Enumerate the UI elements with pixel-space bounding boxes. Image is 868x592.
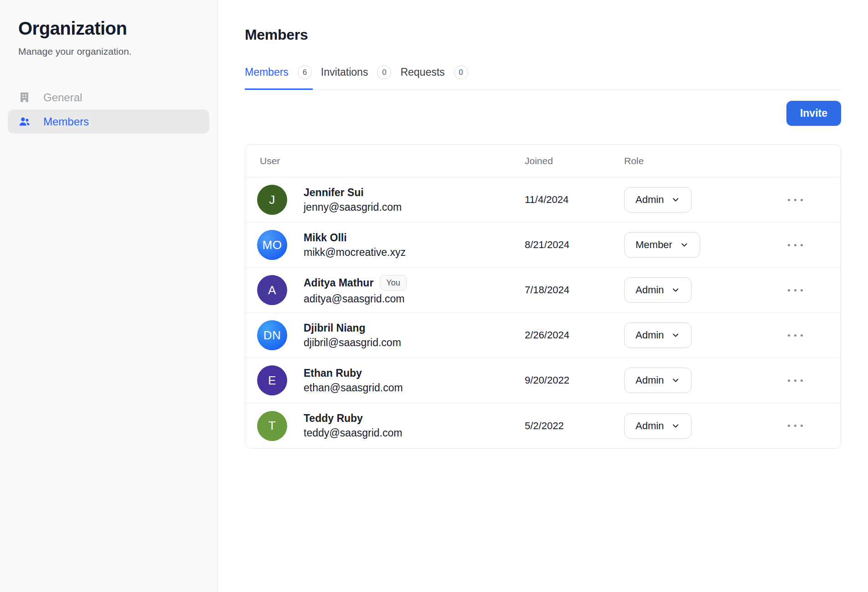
menu-cell bbox=[749, 330, 841, 341]
avatar: E bbox=[257, 365, 287, 395]
chevron-down-icon bbox=[671, 331, 680, 340]
row-menu-button[interactable] bbox=[783, 239, 807, 251]
row-menu-button[interactable] bbox=[783, 285, 807, 296]
ellipsis-icon bbox=[801, 334, 803, 337]
role-value: Admin bbox=[636, 284, 664, 296]
member-email: mikk@mocreative.xyz bbox=[304, 246, 406, 259]
ellipsis-icon bbox=[794, 199, 796, 201]
user-texts: Teddy Ruby teddy@saasgrid.com bbox=[304, 412, 402, 439]
role-dropdown[interactable]: Admin bbox=[624, 277, 692, 303]
user-cell: E Ethan Ruby ethan@saasgrid.com bbox=[245, 365, 525, 395]
member-joined-date: 7/18/2024 bbox=[525, 284, 624, 296]
avatar-initials: DN bbox=[264, 328, 281, 343]
role-cell: Admin bbox=[624, 322, 749, 348]
role-dropdown[interactable]: Admin bbox=[624, 187, 692, 213]
avatar: DN bbox=[257, 320, 287, 350]
role-value: Admin bbox=[636, 329, 664, 341]
tab-requests[interactable]: Requests 0 bbox=[400, 65, 469, 90]
member-email: teddy@saasgrid.com bbox=[304, 427, 402, 439]
member-name: Mikk Olli bbox=[304, 232, 347, 244]
chevron-down-icon bbox=[680, 240, 689, 249]
ellipsis-icon bbox=[794, 289, 796, 291]
ellipsis-icon bbox=[788, 334, 790, 337]
role-cell: Admin bbox=[624, 413, 749, 439]
ellipsis-icon bbox=[801, 289, 803, 291]
tab-count-badge: 6 bbox=[298, 65, 312, 79]
user-name-line: Jennifer Sui bbox=[304, 187, 402, 199]
menu-cell bbox=[749, 375, 841, 386]
avatar: MO bbox=[257, 230, 287, 260]
row-menu-button[interactable] bbox=[783, 420, 807, 431]
member-joined-date: 2/26/2024 bbox=[525, 329, 624, 341]
role-cell: Member bbox=[624, 232, 749, 258]
role-value: Member bbox=[636, 239, 672, 251]
user-cell: A Aditya Mathur You aditya@saasgrid.com bbox=[245, 275, 525, 305]
user-name-line: Ethan Ruby bbox=[304, 367, 403, 379]
menu-cell bbox=[749, 420, 841, 431]
ellipsis-icon bbox=[794, 334, 796, 337]
role-value: Admin bbox=[636, 420, 664, 432]
role-value: Admin bbox=[636, 374, 664, 386]
row-menu-button[interactable] bbox=[783, 330, 807, 341]
ellipsis-icon bbox=[788, 379, 790, 382]
table-row: DN Djibril Niang djibril@saasgrid.com 2/… bbox=[245, 313, 841, 358]
menu-cell bbox=[749, 285, 841, 296]
chevron-down-icon bbox=[671, 195, 680, 204]
invite-button[interactable]: Invite bbox=[786, 101, 841, 126]
role-cell: Admin bbox=[624, 368, 749, 393]
member-name: Teddy Ruby bbox=[304, 412, 363, 425]
sidebar-item-members[interactable]: Members bbox=[8, 109, 209, 134]
ellipsis-icon bbox=[788, 244, 790, 246]
ellipsis-icon bbox=[801, 244, 803, 246]
avatar-initials: E bbox=[268, 374, 276, 388]
sidebar-header: Organization Manage your organization. bbox=[0, 0, 217, 57]
column-header-joined: Joined bbox=[525, 156, 624, 166]
member-joined-date: 5/2/2022 bbox=[525, 420, 624, 432]
members-rows: J Jennifer Sui jenny@saasgrid.com 11/4/2… bbox=[245, 177, 841, 448]
ellipsis-icon bbox=[788, 199, 790, 201]
role-cell: Admin bbox=[624, 277, 749, 303]
row-menu-button[interactable] bbox=[783, 194, 807, 206]
user-texts: Jennifer Sui jenny@saasgrid.com bbox=[304, 187, 402, 213]
user-name-line: Aditya Mathur You bbox=[304, 275, 407, 291]
user-cell: T Teddy Ruby teddy@saasgrid.com bbox=[245, 411, 525, 441]
role-dropdown[interactable]: Admin bbox=[624, 368, 692, 393]
user-name-line: Mikk Olli bbox=[304, 232, 406, 244]
user-texts: Ethan Ruby ethan@saasgrid.com bbox=[304, 367, 403, 394]
row-menu-button[interactable] bbox=[783, 375, 807, 386]
table-row: MO Mikk Olli mikk@mocreative.xyz 8/21/20… bbox=[245, 223, 841, 268]
table-header: User Joined Role bbox=[245, 145, 841, 177]
tab-count-badge: 0 bbox=[454, 65, 468, 79]
toolbar: Invite bbox=[245, 101, 841, 126]
role-dropdown[interactable]: Admin bbox=[624, 322, 692, 348]
tab-members[interactable]: Members 6 bbox=[245, 65, 313, 90]
tab-label: Requests bbox=[400, 66, 444, 78]
tab-invitations[interactable]: Invitations 0 bbox=[321, 65, 393, 90]
menu-cell bbox=[749, 239, 841, 251]
you-badge: You bbox=[380, 275, 406, 291]
user-name-line: Djibril Niang bbox=[304, 322, 401, 334]
avatar-initials: T bbox=[269, 419, 276, 433]
sidebar-nav: General Members bbox=[0, 85, 217, 134]
role-dropdown[interactable]: Member bbox=[624, 232, 700, 258]
user-cell: DN Djibril Niang djibril@saasgrid.com bbox=[245, 320, 525, 350]
member-name: Jennifer Sui bbox=[304, 187, 364, 199]
table-row: E Ethan Ruby ethan@saasgrid.com 9/20/202… bbox=[245, 358, 841, 403]
member-name: Djibril Niang bbox=[304, 322, 365, 334]
ellipsis-icon bbox=[794, 425, 796, 427]
role-dropdown[interactable]: Admin bbox=[624, 413, 692, 439]
ellipsis-icon bbox=[801, 425, 803, 427]
column-header-user: User bbox=[245, 156, 525, 166]
member-email: aditya@saasgrid.com bbox=[304, 293, 407, 305]
member-joined-date: 9/20/2022 bbox=[525, 374, 624, 386]
sidebar-item-general[interactable]: General bbox=[8, 85, 209, 109]
avatar: A bbox=[257, 275, 287, 305]
user-texts: Djibril Niang djibril@saasgrid.com bbox=[304, 322, 401, 349]
avatar: J bbox=[257, 185, 287, 215]
ellipsis-icon bbox=[788, 425, 790, 427]
member-email: djibril@saasgrid.com bbox=[304, 337, 401, 349]
user-texts: Aditya Mathur You aditya@saasgrid.com bbox=[304, 275, 407, 305]
main-content: Members Members 6 Invitations 0 Requests… bbox=[217, 0, 868, 592]
member-joined-date: 11/4/2024 bbox=[525, 194, 624, 206]
page-subtitle: Manage your organization. bbox=[18, 46, 199, 57]
